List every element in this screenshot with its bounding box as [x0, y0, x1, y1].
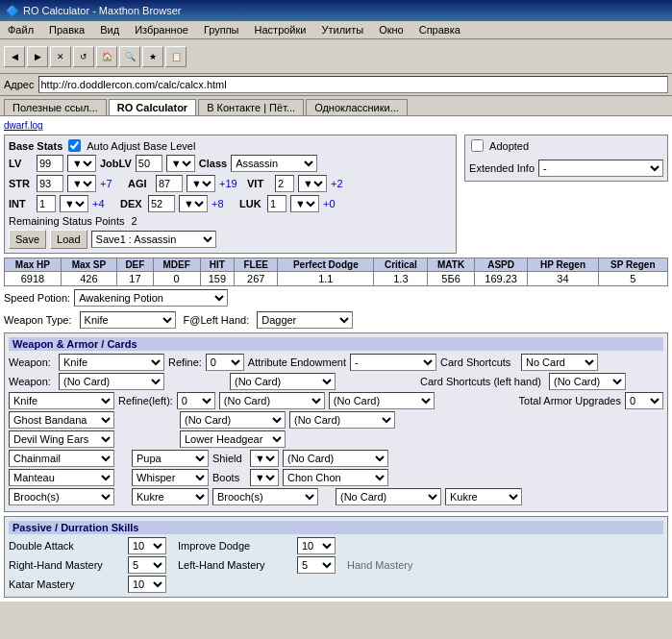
menu-utilities[interactable]: Утилиты — [317, 23, 367, 37]
tab-odnoklassniki[interactable]: Одноклассники... — [306, 99, 408, 115]
vit-select[interactable]: ▼ — [298, 175, 327, 192]
dwarf-log-link[interactable]: dwarf.log — [4, 120, 668, 131]
ghost-bandana-select[interactable]: Ghost Bandana — [9, 411, 114, 429]
lv-select[interactable]: ▼ — [67, 155, 96, 172]
menu-help[interactable]: Справка — [415, 23, 464, 37]
broochs2-card-select[interactable]: (No Card) — [336, 488, 441, 505]
tab-ro-calculator[interactable]: RO Calculator — [109, 99, 196, 115]
val-matk: 5Б6 — [428, 272, 474, 286]
ghost-card-select[interactable]: (No Card) — [180, 411, 286, 429]
attr-endow-select[interactable]: - — [350, 354, 436, 371]
whisper-select[interactable]: Whisper — [132, 469, 209, 486]
remaining-row: Remaining Status Points 2 — [9, 215, 452, 227]
speed-potion-select[interactable]: Awakening Potion — [74, 289, 228, 307]
menu-edit[interactable]: Правка — [45, 23, 88, 37]
extended-info-label: Extended Info — [469, 162, 535, 174]
int-input[interactable] — [37, 195, 56, 212]
vit-label: VIT — [247, 178, 271, 189]
int-label: INT — [9, 198, 33, 209]
card-shortcuts-select[interactable]: No Card — [521, 354, 598, 371]
kukre2-select[interactable]: Kukre — [445, 488, 522, 505]
broochs1-select[interactable]: Brooch(s) — [9, 488, 114, 505]
pupa-select[interactable]: Pupa — [132, 450, 209, 467]
chon-chon-select[interactable]: Chon Chon — [283, 469, 388, 486]
tab-bookmarks[interactable]: Полезные ссыл... — [4, 99, 107, 115]
menu-groups[interactable]: Группы — [200, 23, 243, 37]
str-input[interactable] — [37, 175, 63, 192]
load-button[interactable]: Load — [50, 230, 87, 249]
katar-mastery-select[interactable]: 10 — [128, 576, 166, 593]
remaining-val: 2 — [132, 215, 137, 227]
home-button[interactable]: 🏠 — [96, 46, 117, 67]
back-button[interactable]: ◀ — [4, 46, 25, 67]
card3-select[interactable]: (No Card) — [219, 392, 325, 409]
save-button[interactable]: Save — [9, 230, 46, 249]
shield-card-select[interactable]: (No Card) — [283, 450, 388, 467]
weapon1-select[interactable]: Knife — [59, 354, 164, 371]
double-attack-select[interactable]: 10 — [128, 537, 166, 554]
menu-window[interactable]: Окно — [375, 23, 408, 37]
menu-view[interactable]: Вид — [96, 23, 123, 37]
history-button[interactable]: 📋 — [165, 46, 187, 67]
refine-left-select[interactable]: 0 — [177, 392, 215, 409]
right-hand-mastery-select[interactable]: 5 — [128, 556, 166, 574]
card-shortcuts-left-select[interactable]: (No Card) — [549, 373, 626, 390]
shield-select[interactable]: ▼ — [250, 450, 279, 467]
refine1-select[interactable]: 0 — [206, 354, 244, 371]
left-hand-select[interactable]: Dagger — [257, 311, 353, 329]
int-select[interactable]: ▼ — [60, 195, 88, 212]
stop-button[interactable]: ✕ — [50, 46, 71, 67]
joblv-select[interactable]: ▼ — [166, 155, 195, 172]
class-select[interactable]: Assassin — [231, 155, 317, 172]
search-button[interactable]: 🔍 — [119, 46, 140, 67]
lv-input[interactable] — [37, 155, 63, 172]
boots-select[interactable]: ▼ — [250, 469, 279, 486]
favorites-button[interactable]: ★ — [142, 46, 163, 67]
chainmail-select[interactable]: Chainmail — [9, 450, 114, 467]
str-select[interactable]: ▼ — [67, 175, 96, 192]
weapon2-select[interactable]: (No Card) — [59, 373, 164, 390]
card4-select[interactable]: (No Card) — [329, 392, 435, 409]
auto-adjust-checkbox[interactable] — [68, 139, 81, 152]
agi-input[interactable] — [156, 175, 183, 192]
weapon-type-select[interactable]: Knife — [80, 311, 176, 329]
speed-potion-row: Speed Potion: Awakening Potion — [4, 289, 668, 307]
ghost-card2-select[interactable]: (No Card) — [289, 411, 395, 429]
menu-favorites[interactable]: Избранное — [131, 23, 192, 37]
broochs2-select[interactable]: Brooch(s) — [212, 488, 318, 505]
luk-input[interactable] — [267, 195, 286, 212]
dex-select[interactable]: ▼ — [179, 195, 208, 212]
tab-vkontakte[interactable]: В Контакте | Пёт... — [198, 99, 304, 115]
improve-dodge-select[interactable]: 10 — [297, 537, 336, 554]
menu-settings[interactable]: Настройки — [251, 23, 311, 37]
equip-row-1: Weapon: Knife Refine: 0 Attribute Endowm… — [9, 354, 663, 371]
refresh-button[interactable]: ↺ — [73, 46, 94, 67]
preset-select[interactable]: Save1 : Assassin — [91, 231, 216, 248]
agi-select[interactable]: ▼ — [187, 175, 215, 192]
menu-file[interactable]: Файл — [4, 23, 37, 37]
extended-info-select[interactable]: - — [538, 160, 663, 177]
lower-headgear-select[interactable]: Lower Headgear — [180, 430, 286, 448]
right-hand-mastery-label: Right-Hand Mastery — [9, 559, 124, 571]
luk-select[interactable]: ▼ — [290, 195, 319, 212]
vit-input[interactable] — [275, 175, 294, 192]
left-hand-mastery-label: Left-Hand Mastery — [178, 559, 293, 571]
devil-wing-select[interactable]: Devil Wing Ears — [9, 430, 114, 448]
dex-input[interactable] — [148, 195, 175, 212]
joblv-input[interactable] — [136, 155, 162, 172]
manteau-select[interactable]: Manteau — [9, 469, 114, 486]
total-armor-select[interactable]: 0 — [625, 392, 663, 409]
weapon1-label: Weapon: — [9, 356, 55, 368]
knife-select[interactable]: Knife — [9, 392, 114, 409]
kukre1-select[interactable]: Kukre — [132, 488, 209, 505]
card2-select[interactable]: (No Card) — [230, 373, 336, 390]
adopted-checkbox[interactable] — [471, 139, 484, 152]
forward-button[interactable]: ▶ — [27, 46, 48, 67]
agi-mod: +19 — [219, 178, 243, 189]
address-input[interactable] — [38, 76, 669, 93]
val-hit: 159 — [200, 272, 235, 286]
base-stats-box: Base Stats Auto Adjust Base Level LV ▼ J… — [4, 135, 457, 254]
class-label: Class — [199, 158, 227, 169]
vit-mod: +2 — [331, 178, 355, 189]
left-hand-mastery-select[interactable]: 5 — [297, 556, 336, 574]
